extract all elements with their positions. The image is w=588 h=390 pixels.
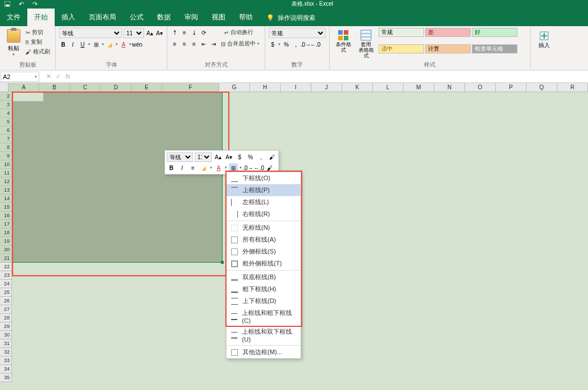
- col-header-I[interactable]: I: [281, 83, 311, 92]
- align-middle-icon[interactable]: ≡: [180, 28, 188, 36]
- increase-font-icon[interactable]: A▴: [146, 29, 154, 37]
- col-header-F[interactable]: F: [162, 83, 219, 92]
- border-double-bottom-item[interactable]: 双底框线(B): [227, 271, 301, 283]
- row-header-29[interactable]: 29: [0, 322, 11, 331]
- paste-button[interactable]: 粘贴 ▾: [3, 28, 24, 58]
- chevron-down-icon[interactable]: ▾: [210, 165, 212, 170]
- row-header-9[interactable]: 9: [0, 152, 11, 160]
- menu-review[interactable]: 审阅: [178, 9, 205, 26]
- border-thick-outside-item[interactable]: 粗外侧框线(T): [227, 258, 301, 269]
- mini-format-painter-icon[interactable]: 🖌: [268, 153, 277, 162]
- row-header-4[interactable]: 4: [0, 109, 11, 118]
- col-header-J[interactable]: J: [311, 83, 342, 92]
- font-family-select[interactable]: 等线: [59, 28, 122, 38]
- menu-formulas[interactable]: 公式: [123, 9, 150, 26]
- underline-button[interactable]: U: [79, 40, 87, 48]
- wrap-text-button[interactable]: ↵自动换行: [223, 28, 255, 37]
- style-check-cell[interactable]: 检查单元格: [472, 44, 517, 53]
- format-painter-button[interactable]: 🖌格式刷: [24, 47, 52, 56]
- row-header-28[interactable]: 28: [0, 314, 11, 322]
- row-header-35[interactable]: 35: [0, 374, 11, 382]
- align-bottom-icon[interactable]: ⤓: [190, 28, 198, 36]
- format-table-button[interactable]: 套用 表格格式: [356, 28, 376, 60]
- mini-font-color-icon[interactable]: A: [214, 163, 223, 172]
- row-header-19[interactable]: 19: [0, 237, 11, 246]
- border-left-item[interactable]: 左框线(L): [227, 196, 301, 208]
- cells-area[interactable]: 等线 11 A▴ A▾ $ % , 🖌 B I ≡ ◢ ▾ A ▾ ⊞ ▾ .0…: [12, 92, 588, 382]
- decrease-indent-icon[interactable]: ⇤: [200, 40, 208, 48]
- mini-decrease-font-icon[interactable]: A▾: [224, 153, 233, 162]
- align-center-icon[interactable]: ≡: [180, 40, 188, 48]
- mini-fill-color-icon[interactable]: ◢: [199, 163, 208, 172]
- col-header-O[interactable]: O: [465, 83, 496, 92]
- row-header-31[interactable]: 31: [0, 339, 11, 348]
- row-header-33[interactable]: 33: [0, 356, 11, 365]
- save-icon[interactable]: [3, 0, 12, 8]
- row-header-16[interactable]: 16: [0, 211, 11, 220]
- tell-me-search[interactable]: 💡 操作说明搜索: [260, 10, 322, 26]
- menu-insert[interactable]: 插入: [55, 9, 82, 26]
- chevron-down-icon[interactable]: ▾: [278, 42, 281, 47]
- row-header-14[interactable]: 14: [0, 194, 11, 203]
- row-header-15[interactable]: 15: [0, 203, 11, 211]
- style-calculation[interactable]: 计算: [425, 44, 471, 53]
- row-header-20[interactable]: 20: [0, 246, 11, 254]
- chevron-down-icon[interactable]: ▾: [88, 42, 91, 47]
- border-none-item[interactable]: 无框线(N): [227, 222, 301, 234]
- phonetic-button[interactable]: wén: [133, 40, 141, 48]
- col-header-P[interactable]: P: [496, 83, 527, 92]
- border-top-thick-bottom-item[interactable]: 上框线和粗下框线(C): [227, 307, 301, 326]
- col-header-C[interactable]: C: [70, 83, 101, 92]
- style-good[interactable]: 好: [472, 28, 517, 37]
- col-header-Q[interactable]: Q: [527, 83, 557, 92]
- fill-color-button[interactable]: ◢: [106, 40, 114, 48]
- increase-indent-icon[interactable]: ⇥: [209, 40, 217, 48]
- decrease-font-icon[interactable]: A▾: [155, 29, 163, 37]
- mini-percent-icon[interactable]: %: [246, 153, 255, 162]
- bold-button[interactable]: B: [59, 40, 67, 48]
- col-header-R[interactable]: R: [557, 83, 588, 92]
- col-header-A[interactable]: A: [9, 83, 39, 92]
- percent-icon[interactable]: %: [282, 40, 290, 48]
- row-header-27[interactable]: 27: [0, 305, 11, 314]
- col-header-G[interactable]: G: [219, 83, 250, 92]
- row-header-2[interactable]: 2: [0, 92, 11, 101]
- row-header-23[interactable]: 23: [0, 271, 11, 280]
- copy-button[interactable]: ⎘复制: [24, 38, 52, 47]
- number-format-select[interactable]: 常规: [269, 28, 326, 38]
- decrease-decimal-icon[interactable]: ←.0: [311, 40, 319, 48]
- chevron-down-icon[interactable]: ▾: [129, 42, 131, 47]
- chevron-down-icon[interactable]: ▾: [240, 165, 242, 170]
- font-size-select[interactable]: 11: [124, 28, 144, 38]
- chevron-down-icon[interactable]: ▾: [102, 42, 104, 47]
- cut-button[interactable]: ✂剪切: [24, 28, 52, 37]
- mini-font-select[interactable]: 等线: [167, 152, 193, 162]
- currency-icon[interactable]: $: [269, 40, 277, 48]
- mini-increase-decimal-icon[interactable]: .0→: [244, 163, 253, 172]
- mini-decrease-decimal-icon[interactable]: ←.0: [254, 163, 264, 172]
- merge-center-button[interactable]: ⊟合并后居中▾: [219, 39, 261, 48]
- undo-icon[interactable]: ↶: [17, 0, 26, 8]
- font-color-button[interactable]: A: [120, 40, 128, 48]
- row-header-8[interactable]: 8: [0, 143, 11, 152]
- border-all-item[interactable]: 所有框线(A): [227, 234, 301, 246]
- row-header-12[interactable]: 12: [0, 177, 11, 186]
- mini-align-icon[interactable]: ≡: [188, 163, 198, 172]
- chevron-down-icon[interactable]: ▾: [225, 165, 227, 170]
- row-header-3[interactable]: 3: [0, 101, 11, 109]
- chevron-down-icon[interactable]: ▾: [116, 42, 118, 47]
- mini-currency-icon[interactable]: $: [235, 153, 244, 162]
- border-thick-bottom-item[interactable]: 粗下框线(H): [227, 283, 301, 295]
- row-header-10[interactable]: 10: [0, 160, 11, 169]
- increase-decimal-icon[interactable]: .0→: [302, 40, 310, 48]
- col-header-K[interactable]: K: [342, 83, 373, 92]
- mini-format-painter-icon[interactable]: 🖌: [265, 163, 274, 172]
- redo-icon[interactable]: ↷: [30, 0, 39, 8]
- enter-icon[interactable]: ✓: [56, 73, 61, 80]
- italic-button[interactable]: I: [69, 40, 77, 48]
- cancel-icon[interactable]: ✕: [46, 73, 51, 80]
- menu-home[interactable]: 开始: [27, 9, 55, 26]
- row-header-30[interactable]: 30: [0, 331, 11, 339]
- row-header-5[interactable]: 5: [0, 118, 11, 126]
- col-header-N[interactable]: N: [434, 83, 465, 92]
